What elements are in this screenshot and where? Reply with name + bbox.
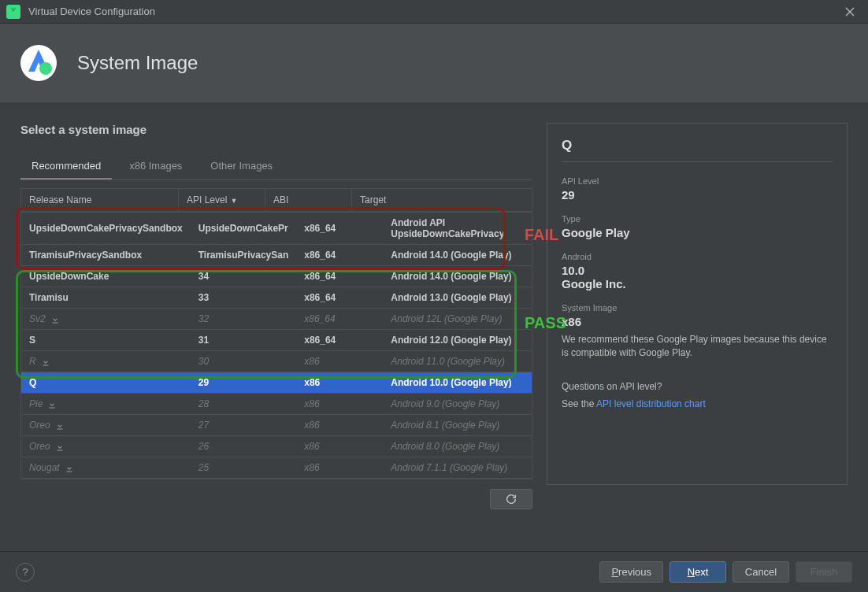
table-row[interactable]: Pie28x86Android 9.0 (Google Play) (21, 394, 532, 415)
cell-api: 30 (191, 351, 297, 372)
cell-api: 32 (191, 309, 297, 330)
cell-api: 26 (191, 436, 297, 457)
cell-abi: x86_64 (296, 266, 383, 287)
detail-note: We recommend these Google Play images be… (562, 333, 833, 360)
section-title: Select a system image (20, 123, 532, 136)
table-row[interactable]: Q29x86Android 10.0 (Google Play) (21, 372, 532, 394)
download-icon[interactable] (55, 442, 65, 452)
table-row[interactable]: Tiramisu33x86_64Android 13.0 (Google Pla… (21, 287, 532, 309)
help-button[interactable]: ? (16, 563, 35, 582)
cell-api: 31 (191, 330, 297, 351)
cell-target: Android 8.1 (Google Play) (383, 415, 532, 436)
previous-button[interactable]: Previous (599, 561, 663, 583)
cell-release: Tiramisu (21, 287, 191, 309)
cell-abi: x86 (296, 415, 383, 436)
cell-abi: x86 (296, 394, 383, 415)
table-row[interactable]: TiramisuPrivacySandboxTiramisuPrivacySan… (21, 245, 532, 266)
sort-desc-icon: ▼ (230, 197, 237, 205)
cell-target: Android 7.0 (Google Play) (383, 479, 532, 480)
cell-api: 34 (191, 266, 297, 287)
cell-abi: x86 (296, 479, 383, 480)
table-row[interactable]: UpsideDownCakePrivacySandboxUpsideDownCa… (21, 213, 532, 245)
cell-release: UpsideDownCakePrivacySandbox (21, 213, 191, 245)
cell-target: Android 8.0 (Google Play) (383, 436, 532, 457)
tab-recommended[interactable]: Recommended (20, 154, 112, 179)
table-row[interactable]: Nougat24x86Android 7.0 (Google Play) (21, 479, 532, 480)
detail-question: Questions on API level? (562, 380, 833, 394)
cell-api: 28 (191, 394, 297, 415)
col-header-api[interactable]: API Level▼ (179, 189, 265, 212)
table-row[interactable]: Sv232x86_64Android 12L (Google Play) (21, 309, 532, 330)
cell-abi: x86 (296, 457, 383, 479)
download-icon[interactable] (41, 357, 50, 367)
table-row[interactable]: Nougat25x86Android 7.1.1 (Google Play) (21, 457, 532, 479)
window-title: Virtual Device Configuration (28, 6, 838, 17)
cell-abi: x86_64 (296, 213, 383, 245)
table-row[interactable]: Oreo26x86Android 8.0 (Google Play) (21, 436, 532, 457)
cell-abi: x86_64 (296, 245, 383, 266)
cell-abi: x86 (296, 436, 383, 457)
detail-panel: Q API Level 29 Type Google Play Android … (547, 123, 848, 485)
page-title: System Image (77, 52, 198, 74)
cell-abi: x86_64 (296, 330, 383, 351)
cell-release: Oreo (21, 436, 191, 457)
cell-target: Android 11.0 (Google Play) (383, 351, 532, 372)
detail-api-label: API Level (562, 176, 833, 186)
header: System Image (0, 24, 868, 102)
pass-label: PASS (525, 314, 566, 332)
cell-release: Q (21, 372, 191, 394)
cell-target: Android 14.0 (Google Play) (383, 245, 532, 266)
cell-target: Android 9.0 (Google Play) (383, 394, 532, 415)
cell-api: 24 (191, 479, 297, 480)
col-header-abi[interactable]: ABI (265, 189, 352, 212)
download-icon[interactable] (47, 400, 57, 409)
detail-api-value: 29 (562, 188, 833, 202)
col-header-target[interactable]: Target (352, 189, 532, 212)
table-row[interactable]: R30x86Android 11.0 (Google Play) (21, 351, 532, 372)
table-row[interactable]: Oreo27x86Android 8.1 (Google Play) (21, 415, 532, 436)
cell-abi: x86_64 (296, 287, 383, 309)
cell-release: TiramisuPrivacySandbox (21, 245, 191, 266)
refresh-button[interactable] (490, 489, 532, 509)
refresh-icon (505, 493, 517, 505)
api-distribution-link[interactable]: API level distribution chart (596, 398, 706, 409)
tabs: Recommendedx86 ImagesOther Images (20, 154, 532, 180)
download-icon[interactable] (55, 421, 65, 431)
fail-label: FAIL (525, 226, 558, 244)
cell-target: Android API UpsideDownCakePrivacy (383, 213, 532, 245)
col-header-release[interactable]: Release Name (21, 189, 179, 212)
cancel-button[interactable]: Cancel (733, 561, 789, 583)
help-icon: ? (22, 566, 28, 578)
cell-target: Android 7.1.1 (Google Play) (383, 457, 532, 479)
detail-title: Q (562, 138, 833, 162)
svg-point-1 (39, 62, 52, 75)
title-bar: Virtual Device Configuration (0, 0, 868, 24)
detail-vendor: Google Inc. (562, 277, 833, 290)
download-icon[interactable] (65, 464, 74, 473)
cell-abi: x86 (296, 351, 383, 372)
detail-sysimg-label: System Image (562, 303, 833, 313)
cell-abi: x86 (296, 372, 383, 394)
cell-api: 25 (191, 457, 297, 479)
cell-api: 27 (191, 415, 297, 436)
tab-other-images[interactable]: Other Images (199, 154, 284, 179)
download-icon[interactable] (50, 315, 60, 324)
close-button[interactable] (838, 0, 862, 24)
detail-type-label: Type (562, 214, 833, 224)
android-studio-icon (6, 5, 20, 19)
cell-target: Android 13.0 (Google Play) (383, 287, 532, 309)
cell-api: 29 (191, 372, 297, 394)
table-row[interactable]: UpsideDownCake34x86_64Android 14.0 (Goog… (21, 266, 532, 287)
table-row[interactable]: S31x86_64Android 12.0 (Google Play) (21, 330, 532, 351)
cell-release: Sv2 (21, 309, 191, 330)
cell-target: Android 12.0 (Google Play) (383, 330, 532, 351)
detail-sysimg-value: x86 (562, 315, 833, 328)
tab-x86-images[interactable]: x86 Images (118, 154, 193, 179)
detail-see-prefix: See the (562, 398, 596, 409)
cell-release: Nougat (21, 457, 191, 479)
cell-target: Android 14.0 (Google Play) (383, 266, 532, 287)
cell-release: Nougat (21, 479, 191, 480)
next-button[interactable]: Next (670, 561, 726, 583)
cell-release: S (21, 330, 191, 351)
detail-android-value: 10.0 (562, 264, 833, 277)
